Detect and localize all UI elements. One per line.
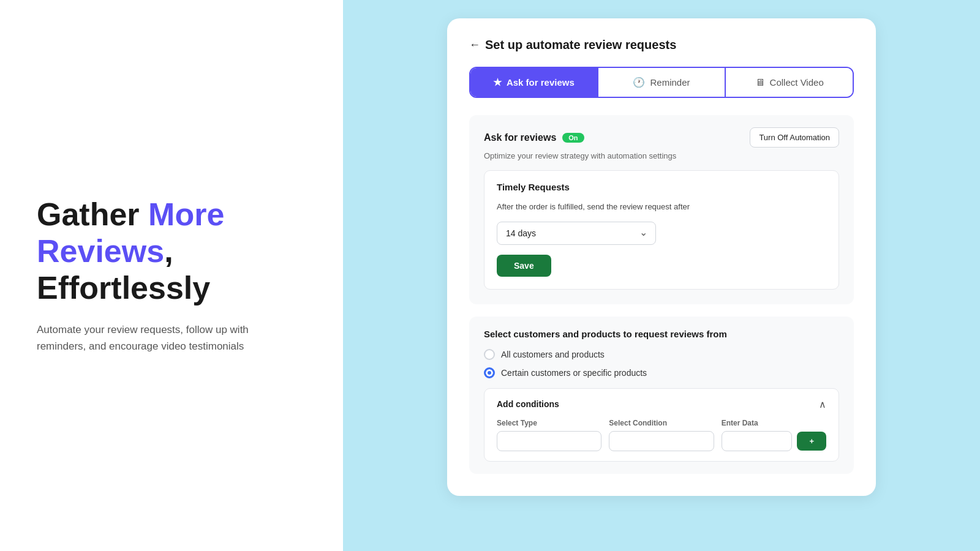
tab-video-label: Collect Video xyxy=(770,77,824,88)
heading-gather: Gather xyxy=(37,197,148,232)
timely-requests-card: Timely Requests After the order is fulfi… xyxy=(484,170,839,290)
radio-all-customers[interactable]: All customers and products xyxy=(484,349,839,360)
conditions-type-col: Select Type xyxy=(497,419,601,451)
hero-heading: Gather More Reviews, Effortlessly xyxy=(37,197,306,306)
heading-effortlessly: Effortlessly xyxy=(37,270,210,305)
back-nav[interactable]: ← Set up automate review requests xyxy=(469,38,854,52)
back-arrow-icon: ← xyxy=(469,39,480,51)
status-badge: On xyxy=(562,133,584,143)
right-panel: ← Set up automate review requests ★ Ask … xyxy=(343,0,980,551)
data-col-header: Enter Data xyxy=(722,419,826,427)
ask-for-reviews-section: Ask for reviews On Turn Off Automation O… xyxy=(469,115,854,304)
ask-section-subtitle: Optimize your review strategy with autom… xyxy=(484,151,839,160)
radio-certain-label: Certain customers or specific products xyxy=(501,368,647,378)
heading-more: More xyxy=(148,197,224,232)
clock-icon: 🕐 xyxy=(633,77,645,88)
tab-reminder[interactable]: 🕐 Reminder xyxy=(598,68,726,97)
conditions-data-col: Enter Data + xyxy=(722,419,826,451)
section-header-left: Ask for reviews On xyxy=(484,132,584,143)
heading-reviews: Reviews xyxy=(37,233,164,269)
add-condition-button[interactable]: + xyxy=(797,432,826,451)
tab-collect-video[interactable]: 🖥 Collect Video xyxy=(726,68,853,97)
radio-certain-customers[interactable]: Certain customers or specific products xyxy=(484,367,839,378)
radio-circle-all xyxy=(484,349,495,360)
timely-description: After the order is fulfilled, send the r… xyxy=(497,201,826,213)
star-icon: ★ xyxy=(493,77,502,88)
conditions-grid: Select Type Select Condition Enter Data … xyxy=(497,419,826,451)
main-card: ← Set up automate review requests ★ Ask … xyxy=(447,18,876,496)
type-col-header: Select Type xyxy=(497,419,601,427)
select-condition-input[interactable] xyxy=(609,431,714,451)
select-type-input[interactable] xyxy=(497,431,601,451)
section-header: Ask for reviews On Turn Off Automation xyxy=(484,127,839,148)
chevron-up-icon[interactable]: ∧ xyxy=(819,399,826,410)
save-button[interactable]: Save xyxy=(497,255,551,277)
tab-ask-for-reviews[interactable]: ★ Ask for reviews xyxy=(470,68,598,97)
ask-section-title: Ask for reviews xyxy=(484,132,556,143)
monitor-icon: 🖥 xyxy=(755,77,765,88)
heading-comma: , xyxy=(164,233,173,269)
hero-subtext: Automate your review requests, follow up… xyxy=(37,321,294,354)
radio-all-label: All customers and products xyxy=(501,350,605,359)
conditions-header: Add conditions ∧ xyxy=(497,399,826,410)
tab-reminder-label: Reminder xyxy=(650,77,690,88)
add-conditions-card: Add conditions ∧ Select Type Select Cond… xyxy=(484,388,839,462)
customers-section: Select customers and products to request… xyxy=(469,317,854,474)
tab-bar: ★ Ask for reviews 🕐 Reminder 🖥 Collect V… xyxy=(469,67,854,98)
page-title: Set up automate review requests xyxy=(485,38,676,52)
timely-requests-title: Timely Requests xyxy=(497,182,826,192)
enter-data-input[interactable] xyxy=(722,431,793,451)
tab-ask-label: Ask for reviews xyxy=(507,77,575,88)
customers-section-title: Select customers and products to request… xyxy=(484,329,839,339)
days-select[interactable]: 1 day 3 days 7 days 14 days 30 days 60 d… xyxy=(497,222,656,245)
conditions-condition-col: Select Condition xyxy=(609,419,714,451)
left-panel: Gather More Reviews, Effortlessly Automa… xyxy=(0,0,343,551)
radio-circle-certain xyxy=(484,367,495,378)
conditions-title: Add conditions xyxy=(497,399,559,409)
condition-col-header: Select Condition xyxy=(609,419,714,427)
radio-group: All customers and products Certain custo… xyxy=(484,349,839,378)
turn-off-automation-button[interactable]: Turn Off Automation xyxy=(750,127,839,148)
days-select-wrapper: 1 day 3 days 7 days 14 days 30 days 60 d… xyxy=(497,222,656,245)
